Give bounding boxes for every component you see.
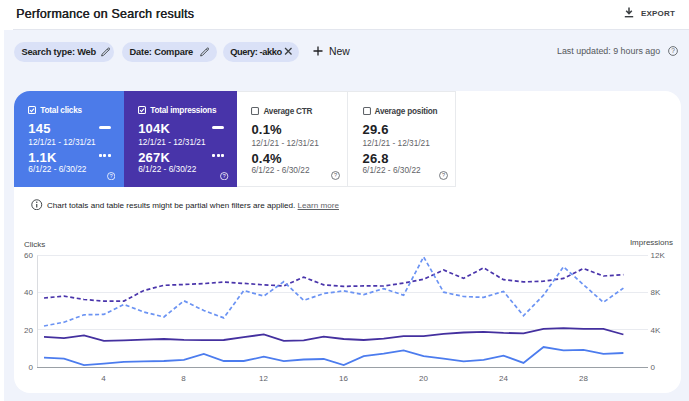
svg-text:60: 60	[24, 251, 33, 260]
svg-text:8: 8	[181, 374, 186, 383]
svg-text:20: 20	[24, 326, 33, 335]
svg-text:28: 28	[579, 374, 588, 383]
svg-text:8K: 8K	[651, 288, 661, 297]
svg-text:?: ?	[671, 47, 675, 54]
svg-text:4: 4	[101, 374, 106, 383]
svg-text:16: 16	[339, 374, 348, 383]
svg-text:?: ?	[223, 173, 226, 179]
svg-text:?: ?	[110, 173, 113, 179]
svg-text:Clicks: Clicks	[24, 240, 45, 249]
svg-text:?: ?	[442, 173, 445, 179]
svg-text:12K: 12K	[651, 251, 666, 260]
svg-text:12: 12	[259, 374, 268, 383]
svg-text:40: 40	[24, 288, 33, 297]
svg-text:20: 20	[419, 374, 428, 383]
svg-text:Impressions: Impressions	[630, 238, 673, 247]
svg-text:0: 0	[29, 363, 34, 372]
svg-text:4K: 4K	[651, 326, 661, 335]
svg-text:?: ?	[334, 173, 337, 179]
svg-text:0: 0	[651, 363, 656, 372]
svg-text:24: 24	[499, 374, 508, 383]
